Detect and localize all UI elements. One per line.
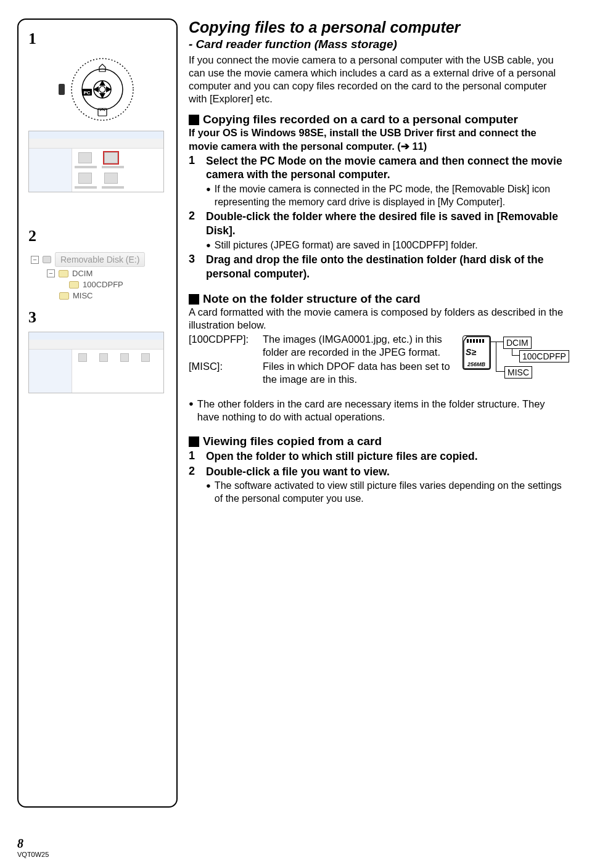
- step1-title: Select the PC Mode on the movie camera a…: [206, 154, 567, 182]
- removable-disk-label: Removable Disk (E:): [55, 252, 145, 267]
- fs-label-misc: [MISC]:: [189, 360, 257, 386]
- section-heading-copying: Copying files recorded on a card to a pe…: [189, 113, 567, 126]
- folder-structure-block: [100CDPFP]: The images (IMGA0001.jpg, et…: [189, 333, 567, 386]
- tree-dcim-label: DCIM: [72, 269, 92, 278]
- svg-rect-7: [470, 339, 472, 343]
- square-bullet-icon: [189, 294, 199, 305]
- folder-tree-illustration: − Removable Disk (E:) − DCIM 100CDPFP MI…: [31, 250, 170, 302]
- step-number: 2: [189, 465, 200, 506]
- step1-bullet: If the movie camera is connected in the …: [215, 183, 567, 208]
- sec2-note-bullet: The other folders in the card are necess…: [197, 398, 567, 424]
- tree-100cdpfp-label: 100CDPFP: [83, 280, 123, 289]
- step2-bullet: Still pictures (JPEG format) are saved i…: [215, 239, 478, 252]
- sec3-step2: 2 Double-click a file you want to view. …: [189, 465, 567, 506]
- folder-icon: [59, 270, 68, 277]
- left-illustration-column: 1 PC: [17, 18, 178, 808]
- fs-label-100cdpfp: [100CDPFP]:: [189, 333, 257, 359]
- svg-rect-9: [476, 339, 478, 343]
- drive-icon: [43, 256, 51, 263]
- svg-rect-8: [473, 339, 475, 343]
- fs-desc-misc: Files in which DPOF data has been set to…: [263, 360, 454, 386]
- ref-number-3: 3: [28, 308, 170, 327]
- step-number: 3: [189, 253, 200, 281]
- sd-card-diagram: S≥ 256MB DCIM 100CDPFP MISC: [462, 335, 567, 386]
- folder-icon: [59, 292, 69, 300]
- sec1-step1: 1 Select the PC Mode on the movie camera…: [189, 154, 567, 208]
- square-bullet-icon: [189, 436, 199, 447]
- my-computer-thumbnail: [28, 131, 164, 192]
- svg-rect-6: [467, 339, 469, 343]
- bullet-icon: ●: [206, 183, 211, 208]
- sec3-step1-title: Open the folder to which still picture f…: [206, 449, 567, 464]
- fs-desc-100cdpfp: The images (IMGA0001.jpg, etc.) in this …: [263, 333, 454, 359]
- page-subtitle: - Card reader function (Mass storage): [189, 38, 567, 51]
- pc-mode-badge: PC: [83, 90, 90, 96]
- mode-dial-illustration: PC: [25, 55, 170, 123]
- section-heading-folder-structure: Note on the folder structure of the card: [189, 292, 567, 306]
- dial-slider-icon: [59, 84, 65, 95]
- step-number: 2: [189, 210, 200, 252]
- sd-misc-box: MISC: [504, 366, 532, 379]
- sd-dcim-box: DCIM: [503, 337, 532, 349]
- folder-icon: [69, 281, 79, 289]
- sec2-para: A card formatted with the movie camera i…: [189, 306, 567, 332]
- tree-misc-label: MISC: [73, 291, 93, 300]
- sd-size-label: 256MB: [465, 361, 485, 367]
- page-title: Copying files to a personal computer: [189, 18, 567, 36]
- content-column: Copying files to a personal computer - C…: [189, 18, 567, 808]
- step-number: 1: [189, 154, 200, 208]
- intro-paragraph: If you connect the movie camera to a per…: [189, 54, 567, 105]
- svg-point-3: [99, 86, 105, 92]
- ref-number-2: 2: [28, 227, 170, 245]
- sd-100cdpfp-box: 100CDPFP: [519, 350, 569, 362]
- sec1-lead: If your OS is Windows 98SE, install the …: [189, 126, 567, 152]
- svg-point-0: [72, 59, 133, 120]
- document-code: VQT0W25: [17, 851, 49, 858]
- section-heading-viewing: Viewing files copied from a card: [189, 435, 567, 448]
- step3-title: Drag and drop the file onto the destinat…: [206, 253, 567, 281]
- page-footer: 8 VQT0W25: [17, 837, 49, 858]
- sec3-step2-title: Double-click a file you want to view.: [206, 465, 567, 479]
- sec1-step2: 2 Double-click the folder where the desi…: [189, 210, 567, 252]
- sec3-step1: 1 Open the folder to which still picture…: [189, 449, 567, 464]
- step-number: 1: [189, 449, 200, 464]
- explorer-thumbnail: [28, 332, 164, 393]
- removable-disk-highlight-icon: [104, 152, 118, 163]
- svg-rect-10: [479, 339, 481, 343]
- bullet-icon: ●: [206, 239, 211, 252]
- mode-dial-icon: PC: [68, 55, 136, 123]
- bullet-icon: ●: [206, 480, 211, 505]
- sd-card-icon: S≥ 256MB: [462, 335, 491, 370]
- sec3-step2-bullet: The software activated to view still pic…: [215, 480, 567, 505]
- svg-rect-11: [482, 339, 484, 343]
- tree-collapse-icon: −: [31, 256, 39, 264]
- page-number: 8: [17, 837, 49, 851]
- sec1-step3: 3 Drag and drop the file onto the destin…: [189, 253, 567, 281]
- tree-collapse-icon: −: [47, 269, 55, 277]
- ref-number-1: 1: [28, 30, 170, 48]
- sd-logo: S≥: [466, 347, 476, 357]
- bullet-icon: ●: [189, 398, 194, 424]
- square-bullet-icon: [189, 115, 199, 125]
- step2-title: Double-click the folder where the desire…: [206, 210, 567, 238]
